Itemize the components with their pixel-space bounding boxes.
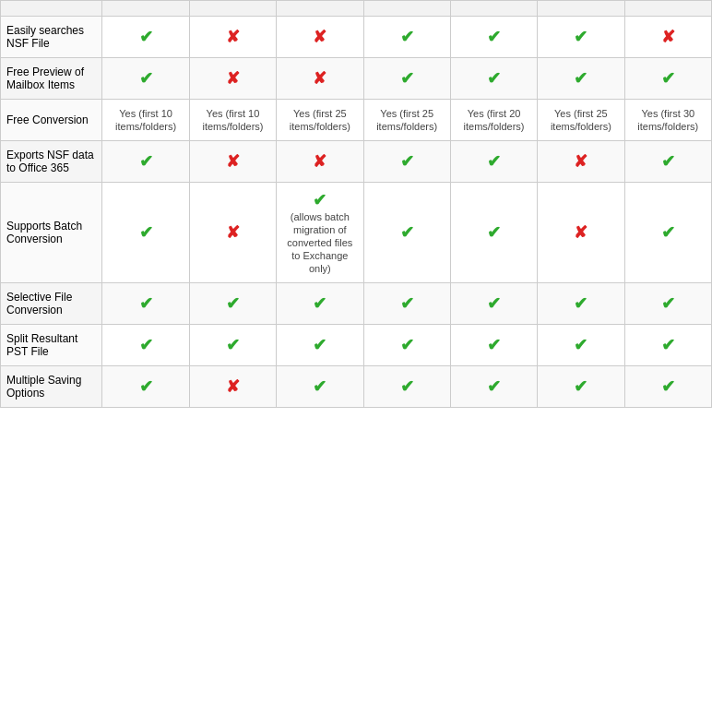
value-cell: ✔ xyxy=(277,283,363,325)
value-cell: ✔ xyxy=(624,58,711,100)
check-icon: ✔ xyxy=(313,294,326,313)
cross-icon: ✘ xyxy=(226,69,240,88)
batch-note: (allows batch migration of converted fil… xyxy=(287,211,352,274)
check-icon: ✔ xyxy=(400,152,414,171)
value-cell: ✔ xyxy=(624,366,711,408)
feature-cell: Exports NSF data to Office 365 xyxy=(1,141,102,183)
table-row: Split Resultant PST File✔✔✔✔✔✔✔ xyxy=(1,325,712,366)
value-cell: ✔ xyxy=(102,283,189,325)
value-cell: ✔ xyxy=(624,141,711,183)
col-header-mailsdaddy xyxy=(363,1,450,17)
cross-icon: ✘ xyxy=(313,152,326,171)
value-cell: Yes (first 10 items/folders) xyxy=(102,100,189,141)
value-cell: Yes (first 30 items/folders) xyxy=(624,100,711,141)
check-icon: ✔ xyxy=(313,377,326,396)
check-icon: ✔ xyxy=(487,336,501,354)
value-cell: ✔ xyxy=(624,325,711,366)
cross-icon: ✘ xyxy=(226,377,240,396)
value-cell: ✔ xyxy=(624,183,711,283)
value-cell: ✔ xyxy=(538,17,624,58)
col-header-features xyxy=(1,1,102,17)
cross-icon: ✘ xyxy=(661,28,675,46)
cross-icon: ✘ xyxy=(574,152,587,171)
free-conversion-text: Yes (first 25 items/folders) xyxy=(290,108,350,132)
check-icon: ✔ xyxy=(139,28,153,46)
check-icon: ✔ xyxy=(487,152,501,171)
feature-cell: Free Preview of Mailbox Items xyxy=(1,58,102,100)
value-cell: ✔ xyxy=(102,58,189,100)
value-cell: Yes (first 25 items/folders) xyxy=(538,100,624,141)
value-cell: ✘ xyxy=(189,141,276,183)
check-icon: ✔ xyxy=(400,223,414,242)
check-icon: ✔ xyxy=(139,69,153,88)
check-icon: ✔ xyxy=(400,294,414,313)
check-icon: ✔ xyxy=(226,294,240,313)
value-cell: ✘ xyxy=(624,17,711,58)
value-cell: Yes (first 20 items/folders) xyxy=(450,100,537,141)
value-cell: ✔ xyxy=(450,325,537,366)
value-cell: ✔ xyxy=(450,283,537,325)
free-conversion-text: Yes (first 25 items/folders) xyxy=(376,108,437,132)
table-row: Easily searches NSF File✔✘✘✔✔✔✘ xyxy=(1,17,712,58)
value-cell: ✔ xyxy=(102,141,189,183)
free-conversion-text: Yes (first 30 items/folders) xyxy=(637,108,698,132)
value-cell: Yes (first 25 items/folders) xyxy=(277,100,363,141)
value-cell: ✔ xyxy=(450,17,537,58)
col-header-cubexsoft xyxy=(450,1,537,17)
value-cell: ✔ xyxy=(363,325,450,366)
check-icon: ✔ xyxy=(139,377,153,396)
check-icon: ✔ xyxy=(661,223,675,242)
value-cell: ✔ xyxy=(450,58,537,100)
check-icon: ✔ xyxy=(400,69,414,88)
check-icon: ✔ xyxy=(139,294,153,313)
cross-icon: ✘ xyxy=(313,28,326,46)
value-cell: ✘ xyxy=(277,17,363,58)
cross-icon: ✘ xyxy=(574,223,587,242)
free-conversion-text: Yes (first 25 items/folders) xyxy=(551,108,611,132)
feature-cell: Free Conversion xyxy=(1,100,102,141)
free-conversion-text: Yes (first 20 items/folders) xyxy=(464,108,525,132)
check-icon: ✔ xyxy=(139,336,153,354)
check-icon: ✔ xyxy=(487,294,501,313)
value-cell: ✔ xyxy=(102,325,189,366)
cross-icon: ✘ xyxy=(226,152,240,171)
col-header-systools xyxy=(277,1,363,17)
check-icon: ✔ xyxy=(487,28,501,46)
check-icon: ✔ xyxy=(400,336,414,354)
check-icon: ✔ xyxy=(574,69,587,88)
table-row: Free ConversionYes (first 10 items/folde… xyxy=(1,100,712,141)
table-row: Multiple Saving Options✔✘✔✔✔✔✔ xyxy=(1,366,712,408)
value-cell: ✔ xyxy=(189,283,276,325)
col-header-stellar xyxy=(102,1,189,17)
check-icon: ✔ xyxy=(487,69,501,88)
col-header-esofttools xyxy=(538,1,624,17)
check-icon: ✔ xyxy=(661,152,675,171)
feature-cell: Supports Batch Conversion xyxy=(1,183,102,283)
feature-cell: Selective File Conversion xyxy=(1,283,102,325)
value-cell: ✘ xyxy=(189,58,276,100)
check-icon: ✔ xyxy=(661,377,675,396)
value-cell: ✔ xyxy=(102,183,189,283)
value-cell: ✔(allows batch migration of converted fi… xyxy=(277,183,363,283)
check-icon: ✔ xyxy=(313,336,326,354)
check-icon: ✔ xyxy=(226,336,240,354)
value-cell: ✔ xyxy=(363,366,450,408)
cross-icon: ✘ xyxy=(313,69,326,88)
value-cell: ✘ xyxy=(538,183,624,283)
value-cell: ✔ xyxy=(189,325,276,366)
value-cell: ✔ xyxy=(277,366,363,408)
value-cell: ✔ xyxy=(538,325,624,366)
feature-cell: Split Resultant PST File xyxy=(1,325,102,366)
check-icon: ✔ xyxy=(487,377,501,396)
cross-icon: ✘ xyxy=(226,28,240,46)
col-header-kdetools xyxy=(624,1,711,17)
value-cell: ✘ xyxy=(538,141,624,183)
check-icon: ✔ xyxy=(661,69,675,88)
col-header-kernel xyxy=(189,1,276,17)
value-cell: ✔ xyxy=(538,283,624,325)
check-icon: ✔ xyxy=(574,294,587,313)
value-cell: ✔ xyxy=(363,283,450,325)
free-conversion-text: Yes (first 10 items/folders) xyxy=(115,108,176,132)
table-row: Exports NSF data to Office 365✔✘✘✔✔✘✔ xyxy=(1,141,712,183)
table-row: Supports Batch Conversion✔✘✔(allows batc… xyxy=(1,183,712,283)
